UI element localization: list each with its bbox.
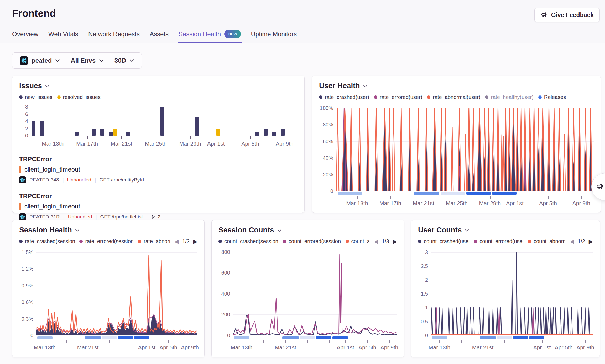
tab-assets[interactable]: Assets	[150, 30, 169, 43]
legend-prev-button[interactable]: ◀	[374, 239, 378, 244]
legend-item-rate-crashed-session-[interactable]: rate_crashed(session)	[19, 238, 75, 244]
release-segment[interactable]	[316, 336, 331, 339]
y-axis-label: 400	[221, 291, 230, 297]
tab-network-requests[interactable]: Network Requests	[88, 30, 140, 43]
legend-item-count-errored-session-[interactable]: count_errored(session)	[283, 238, 341, 244]
tab-overview[interactable]: Overview	[12, 30, 38, 43]
legend-item-rate-healthy-user-[interactable]: rate_healthy(user)	[485, 94, 533, 100]
release-segment[interactable]	[480, 336, 496, 339]
session-health-title-dropdown[interactable]: Session Health	[19, 226, 197, 234]
tab-session-health[interactable]: Session Health new	[179, 30, 241, 43]
releases-track	[336, 192, 594, 195]
legend-page-indicator: 1/3	[382, 238, 389, 244]
session-counts-title-dropdown[interactable]: Session Counts	[218, 226, 397, 234]
legend-prev-button[interactable]: ◀	[174, 239, 179, 244]
legend-pagination: ◀1/2▶	[174, 238, 197, 244]
x-axis-label: Mar 21st	[413, 200, 434, 206]
legend-label: count_errored(session)	[289, 238, 341, 244]
issue-row[interactable]: TRPCError client_login_timeout PEATED-34…	[19, 151, 298, 188]
release-segment[interactable]	[134, 336, 149, 339]
x-axis-tick	[263, 340, 264, 343]
legend-next-button[interactable]: ▶	[193, 239, 197, 244]
tab-uptime-monitors[interactable]: Uptime Monitors	[251, 30, 297, 43]
release-segment[interactable]	[37, 336, 53, 339]
y-axis-label: 80%	[323, 122, 333, 128]
release-segment[interactable]	[338, 192, 362, 195]
x-axis-label: Mar 13th	[346, 200, 368, 206]
issue-row[interactable]: TRPCError client_login_timeout PEATED-31…	[19, 188, 298, 225]
legend-item-rate-errored-session-[interactable]: rate_errored(session)	[79, 238, 133, 244]
top-panel-row: Issues new_issuesresolved_issues 86420Ma…	[12, 76, 600, 213]
x-axis-tick	[390, 196, 391, 199]
release-segment[interactable]	[466, 192, 491, 195]
legend-dot	[427, 95, 430, 99]
legend-page-indicator: 1/2	[578, 238, 585, 244]
release-segment[interactable]	[529, 336, 545, 339]
release-segment[interactable]	[118, 336, 133, 339]
legend-item-rate-errored-user-[interactable]: rate_errored(user)	[374, 94, 422, 100]
user-health-title-dropdown[interactable]: User Health	[319, 82, 594, 90]
legend-item-rate-abnorr[interactable]: rate_abnorr	[138, 238, 170, 244]
tab-web-vitals[interactable]: Web Vitals	[48, 30, 78, 43]
release-segment[interactable]	[414, 192, 439, 195]
release-segment[interactable]	[282, 336, 299, 339]
meta-divider: |	[62, 177, 64, 183]
bar-resolved-issues	[113, 129, 117, 136]
release-segment[interactable]	[432, 336, 447, 339]
x-axis-tick	[548, 196, 549, 199]
x-axis-tick	[131, 340, 131, 343]
legend-dot	[138, 240, 141, 243]
y-axis-label: 0.5	[421, 319, 428, 325]
release-segment[interactable]	[492, 192, 517, 195]
release-segment[interactable]	[234, 336, 249, 339]
release-segment[interactable]	[441, 192, 465, 195]
chart-plot	[336, 105, 594, 191]
release-segment[interactable]	[102, 336, 117, 339]
chevron-down-icon	[363, 85, 367, 88]
legend-dot	[218, 240, 222, 243]
legend-label: count_crashed(session)	[224, 238, 278, 244]
legend-label: rate_crashed(user)	[325, 94, 369, 100]
x-axis-tick	[87, 136, 88, 139]
x-axis-tick	[483, 340, 483, 343]
legend-item-count-abnorm[interactable]: count_abnorm	[528, 238, 565, 244]
legend-item-new-issues[interactable]: new_issues	[19, 94, 53, 100]
x-axis-label: Apr 1st	[138, 344, 156, 351]
legend-dot	[19, 95, 23, 99]
x-axis-label: Mar 25th	[446, 200, 468, 206]
x-axis-tick	[357, 196, 358, 199]
release-segment[interactable]	[513, 336, 528, 339]
gridline	[31, 114, 298, 114]
legend-dot	[418, 240, 421, 243]
release-segment[interactable]	[332, 336, 348, 339]
chart-plot	[31, 105, 298, 136]
x-axis-tick	[156, 136, 156, 139]
y-axis-label: 3	[425, 249, 428, 255]
replay-count[interactable]: 2	[151, 214, 161, 220]
legend-next-button[interactable]: ▶	[589, 239, 593, 244]
legend-item-count-crashed-session-[interactable]: count_crashed(session)	[218, 238, 278, 244]
legend-item-count-errored-user-[interactable]: count_errored(user)	[474, 238, 523, 244]
legend-item-count-a[interactable]: count_a	[346, 238, 369, 244]
y-axis-label: 6	[25, 111, 28, 117]
legend-next-button[interactable]: ▶	[393, 239, 397, 244]
release-segment[interactable]	[85, 336, 101, 339]
legend-item-rate-abnormal-user-[interactable]: rate_abnormal(user)	[427, 94, 480, 100]
x-axis-label: Apr 5th	[159, 344, 177, 351]
legend-item-releases[interactable]: Releases	[538, 94, 566, 100]
issues-title-dropdown[interactable]: Issues	[19, 82, 298, 90]
date-range-filter[interactable]: 30D	[109, 53, 139, 68]
series-rate_abnormal(user)	[336, 108, 594, 191]
y-axis-label: 800	[221, 249, 230, 255]
release-segment[interactable]	[497, 336, 512, 339]
user-counts-title-dropdown[interactable]: User Counts	[418, 226, 593, 234]
releases-track	[233, 336, 397, 339]
project-filter[interactable]: peated	[14, 53, 65, 68]
legend-prev-button[interactable]: ◀	[570, 239, 574, 244]
release-segment[interactable]	[300, 336, 315, 339]
legend-item-resolved-issues[interactable]: resolved_issues	[57, 94, 101, 100]
environment-filter[interactable]: All Envs	[65, 53, 109, 68]
legend-item-rate-crashed-user-[interactable]: rate_crashed(user)	[319, 94, 369, 100]
give-feedback-button[interactable]: Give Feedback	[534, 8, 600, 22]
legend-item-count-crashed-user-[interactable]: count_crashed(user)	[418, 238, 469, 244]
